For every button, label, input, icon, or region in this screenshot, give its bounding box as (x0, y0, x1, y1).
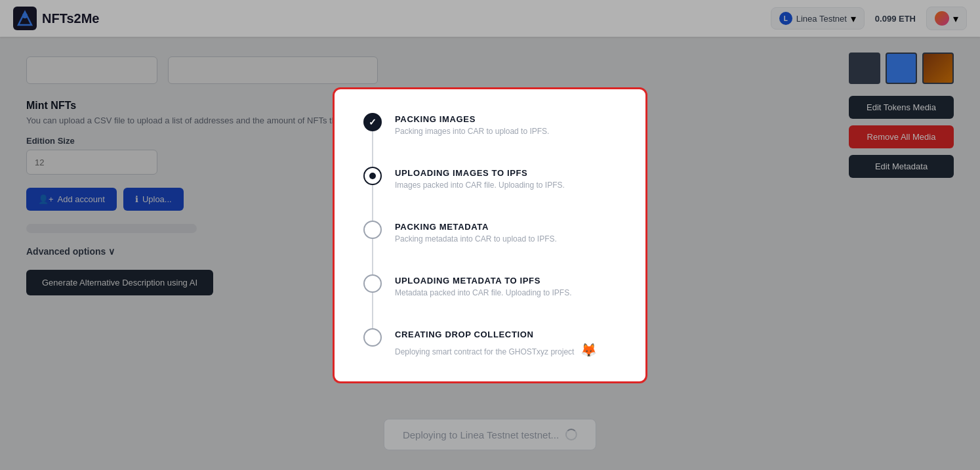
step-creating-collection: CREATING DROP COLLECTION Deploying smart… (363, 328, 617, 358)
step-1-content: PACKING IMAGES Packing images into CAR t… (395, 113, 549, 154)
step-3-connector (363, 221, 382, 274)
step-packing-metadata: PACKING METADATA Packing metadata into C… (363, 221, 617, 274)
step-4-circle (363, 274, 382, 293)
step-2-content: UPLOADING IMAGES TO IPFS Images packed i… (395, 167, 565, 208)
step-1-circle: ✓ (363, 113, 382, 131)
step-4-connector (363, 274, 382, 328)
step-2-connector (363, 167, 382, 221)
step-5-circle (363, 328, 382, 347)
step-2-title: UPLOADING IMAGES TO IPFS (395, 168, 565, 178)
step-line-1 (372, 131, 373, 167)
step-3-circle (363, 221, 382, 239)
step-2-circle (363, 167, 382, 185)
step-1-desc: Packing images into CAR to upload to IPF… (395, 127, 549, 136)
step-uploading-metadata: UPLOADING METADATA TO IPFS Metadata pack… (363, 274, 617, 328)
step-5-content: CREATING DROP COLLECTION Deploying smart… (395, 328, 597, 358)
step-1-connector: ✓ (363, 113, 382, 167)
modal-overlay[interactable]: ✓ PACKING IMAGES Packing images into CAR… (0, 0, 980, 470)
step-4-content: UPLOADING METADATA TO IPFS Metadata pack… (395, 274, 571, 316)
step-line-4 (372, 293, 373, 328)
step-uploading-images: UPLOADING IMAGES TO IPFS Images packed i… (363, 167, 617, 221)
step-line-2 (372, 185, 373, 221)
step-2-desc: Images packed into CAR file. Uploading t… (395, 181, 565, 190)
steps-container: ✓ PACKING IMAGES Packing images into CAR… (363, 113, 617, 358)
step-3-title: PACKING METADATA (395, 222, 557, 232)
step-1-title: PACKING IMAGES (395, 114, 549, 124)
progress-modal: ✓ PACKING IMAGES Packing images into CAR… (333, 87, 647, 383)
step-4-desc: Metadata packed into CAR file. Uploading… (395, 288, 571, 297)
step-3-content: PACKING METADATA Packing metadata into C… (395, 221, 557, 262)
step-line-3 (372, 239, 373, 274)
step-packing-images: ✓ PACKING IMAGES Packing images into CAR… (363, 113, 617, 167)
step-4-title: UPLOADING METADATA TO IPFS (395, 276, 571, 286)
step-5-desc: Deploying smart contract for the GHOSTxy… (395, 342, 597, 358)
checkmark-icon: ✓ (369, 117, 377, 127)
step-3-desc: Packing metadata into CAR to upload to I… (395, 234, 557, 244)
step-2-dot (369, 173, 376, 179)
fox-icon: 🦊 (581, 343, 597, 357)
step-5-title: CREATING DROP COLLECTION (395, 330, 597, 339)
step-5-connector (363, 328, 382, 347)
